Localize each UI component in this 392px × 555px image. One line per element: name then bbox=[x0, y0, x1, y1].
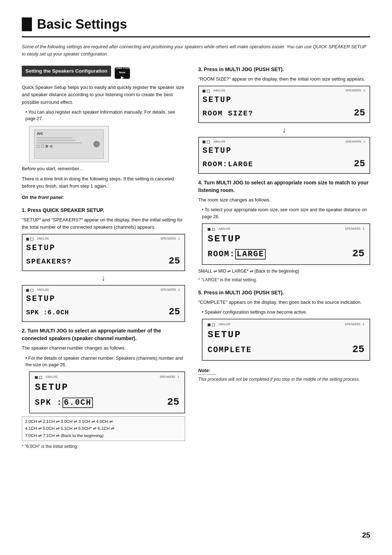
title-black-box bbox=[22, 17, 32, 31]
note-text: This procedure will not be completed if … bbox=[198, 376, 370, 383]
display-box-roomlarge2: ANALOG SPEAKERS 1 SETUP ROOM:LARGE 25 bbox=[202, 223, 370, 265]
setup-bullet1: You can also register each speaker infor… bbox=[25, 109, 185, 123]
note-label: Note: bbox=[198, 367, 216, 375]
device-image: JVC bbox=[29, 126, 109, 162]
step3-heading: 3. Press in MULTI JOG (PUSH SET). bbox=[198, 66, 370, 73]
step4-desc: The room size changes as follows. bbox=[198, 196, 370, 204]
page-title: Basic Settings bbox=[37, 15, 127, 34]
time-limit: There is a time limit in doing the follo… bbox=[22, 175, 185, 190]
step1-desc: "SETUP" and "SPEAKERS?" appear on the di… bbox=[22, 216, 185, 231]
footnote2: * "LARGE" is the initial setting. bbox=[198, 277, 370, 283]
left-column: Setting the Speakers Configuration FUNCT… bbox=[22, 66, 185, 450]
step5-heading: 5. Press in MULTI JOG (PUSH SET). bbox=[198, 289, 370, 297]
display-box-spk1: ANALOG SPEAKERS 1 SETUP SPK :6.0CH 25 bbox=[22, 285, 185, 322]
step1-heading: 1. Press QUICK SPEAKER SETUP. bbox=[22, 207, 185, 214]
step2-bullet: For the details of speaker channel numbe… bbox=[25, 355, 185, 369]
two-col-layout: Setting the Speakers Configuration FUNCT… bbox=[22, 66, 370, 450]
footnote1: * "6.0CH" is the initial setting. bbox=[22, 443, 185, 450]
display-box-roomsize: ANALOG SPEAKERS 1 SETUP ROOM SIZE? 25 bbox=[198, 86, 370, 123]
setup-body-text: Quick Speaker Setup helps you to easily … bbox=[22, 84, 185, 106]
step2-heading: 2. Turn MULTI JOG to select an appropria… bbox=[22, 327, 185, 342]
intro-text: Some of the following settings are requi… bbox=[22, 43, 370, 58]
icon-now: FUNCTION Now ▶ bbox=[115, 67, 130, 79]
before-start: Before you start, remember... bbox=[22, 165, 185, 172]
step2-desc: The speaker channel number changes as fo… bbox=[22, 344, 185, 352]
step5-bullet: Speaker configuration settings now becom… bbox=[202, 309, 370, 316]
note-section: Note: This procedure will not be complet… bbox=[198, 367, 370, 383]
on-front-panel: On the front panel: bbox=[22, 194, 185, 201]
step4-heading: 4. Turn MULTI JOG to select an appropria… bbox=[198, 179, 370, 194]
display-box-complete: ANALOG SPEAKERS 1 SETUP COMPLETE 25 bbox=[202, 319, 370, 361]
down-arrow-2: ↓ bbox=[198, 126, 370, 134]
step3-desc: "ROOM SIZE?" appear on the display, then… bbox=[198, 76, 370, 83]
page-number: 25 bbox=[362, 530, 370, 540]
display-box-speakers: ANALOG SPEAKERS 1 SETUP SPEAKERS? 25 bbox=[22, 234, 185, 271]
channel-seq: 2.0CH ⇌ 2.1CH ⇌ 3.0CH ⇌ 3.1CH ⇌ 4.0CH ⇌ … bbox=[22, 416, 185, 441]
display-box-roomlarge1: ANALOG SPEAKERS 1 SETUP ROOM:LARGE 25 bbox=[198, 137, 370, 174]
step5-desc: "COMPLETE" appears on the display, then … bbox=[198, 299, 370, 306]
down-arrow-1: ↓ bbox=[22, 274, 185, 282]
page-title-area: Basic Settings bbox=[22, 15, 370, 37]
room-size-seq: SMALL ⇌ MID ⇌ LARGE* ⇌ (Back to the begi… bbox=[198, 268, 370, 274]
section-heading: Setting the Speakers Configuration bbox=[22, 66, 111, 77]
section-heading-row: Setting the Speakers Configuration FUNCT… bbox=[22, 66, 185, 80]
step4-bullet: To select your appropriate room size, se… bbox=[202, 207, 370, 220]
display-box-spk2: ANALOG SPEAKERS 1 SETUP SPK :6.0CH 25 bbox=[29, 371, 185, 413]
right-column: 3. Press in MULTI JOG (PUSH SET). "ROOM … bbox=[198, 66, 370, 450]
